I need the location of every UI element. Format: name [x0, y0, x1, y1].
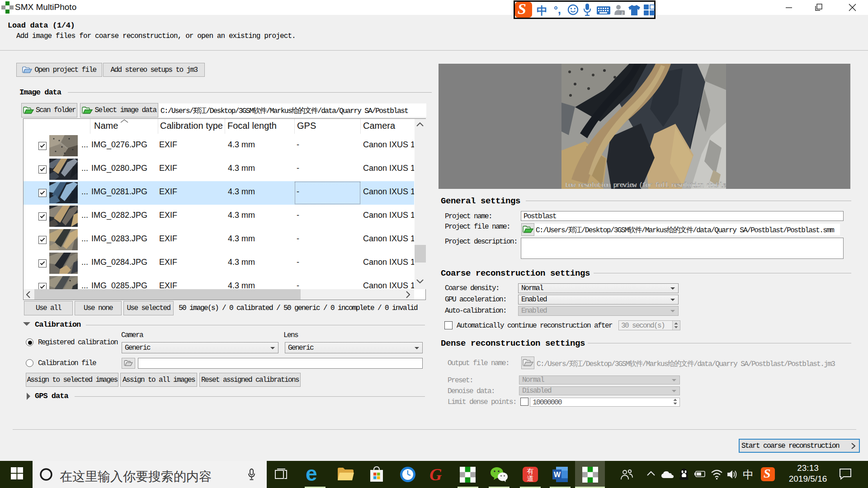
svg-text:W: W: [554, 471, 561, 479]
svg-text:2: 2: [621, 11, 623, 15]
svg-text:Low resolution preview (for fu: Low resolution preview (for full resolut…: [565, 182, 726, 189]
